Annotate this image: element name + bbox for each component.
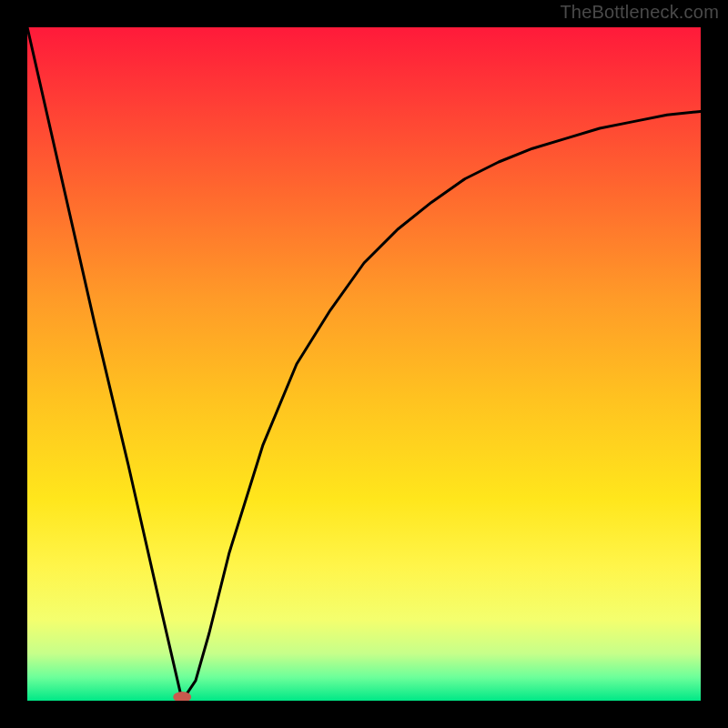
chart-frame: TheBottleneck.com: [0, 0, 728, 728]
chart-svg: [27, 27, 701, 701]
watermark-label: TheBottleneck.com: [560, 2, 719, 23]
plot-area: [27, 27, 701, 701]
